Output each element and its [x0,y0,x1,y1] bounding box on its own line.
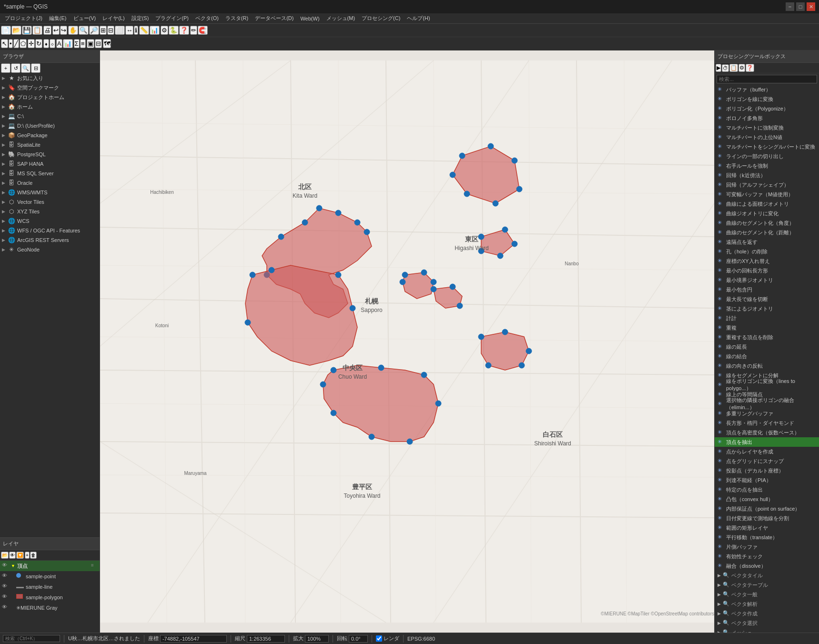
browser-item-mssql[interactable]: ▶ 🗄 MS SQL Server [0,169,100,178]
menu-settings[interactable]: 設定(S) [129,14,152,23]
menu-mesh[interactable]: メッシュ(M) [324,14,358,23]
layer-options-vertices[interactable]: ≡ [91,563,98,569]
add-line-btn[interactable]: ╱ [13,39,19,48]
toolbox-voronoi[interactable]: ✳ポロノイ多角形 [715,113,819,123]
deselect-btn[interactable]: ⊟ [95,39,102,48]
add-point-btn[interactable]: • [9,39,13,48]
vertex[interactable] [250,272,255,278]
browser-item-favorites[interactable]: ▶ ★ お気に入り [0,73,100,83]
print-btn[interactable]: 🖨 [43,26,51,35]
menu-plugins[interactable]: プラグイン(P) [152,14,192,23]
vertex[interactable] [278,234,284,240]
browser-item-wfs[interactable]: ▶ 🌐 WFS / OGC API - Features [0,226,100,235]
vertex[interactable] [526,348,532,354]
zoom-extent-btn[interactable]: ⊞ [100,26,107,35]
select-pan-btn[interactable]: ✋ [68,26,78,35]
menu-project[interactable]: プロジェクト(J) [2,14,45,23]
toolbox-eliminate[interactable]: ✳選択物の隣接ポリゴンの融合（elimin...） [715,399,819,409]
toolbox-regression-alpha[interactable]: ✳回帰（アルファシェイプ） [715,180,819,190]
browser-refresh-btn[interactable]: ↺ [11,63,20,73]
help-btn[interactable]: ❓ [179,26,189,35]
snap-btn[interactable]: 🧲 [198,26,208,35]
toolbox-curve-seg-dist[interactable]: ✳曲線のセグメント化（距離） [715,228,819,237]
browser-item-wms[interactable]: ▶ 🌐 WMS/WMTS [0,188,100,197]
menu-processing[interactable]: プロセシング(C) [359,14,403,23]
toolbox-group-vector-select[interactable]: ▶ 🔍 ベクタ選択 [715,618,819,628]
toolbox-curve-seg-angle[interactable]: ✳曲線のセグメント化（角度） [715,218,819,228]
menu-layer[interactable]: レイヤ(L) [100,14,127,23]
browser-item-c[interactable]: ▶ 💻 C:\ [0,111,100,121]
toolbox-group-vector-tiles[interactable]: ▶ 🔍 ベクタタイル [715,571,819,580]
toolbox-snap-grid[interactable]: ✳点をグリッドにスナップ [715,456,819,466]
menu-vector[interactable]: ベクタ(O) [192,14,222,23]
coords-input[interactable] [160,635,227,643]
toolbox-curve-area[interactable]: ✳曲線による面積ジオメトリ [715,199,819,209]
toolbox-group-vector-create[interactable]: ▶ 🔍 ベクタ作成 [715,609,819,618]
vertex[interactable] [493,201,498,206]
vertex[interactable] [519,362,525,368]
browser-item-sap-hana[interactable]: ▶ 🗄 SAP HANA [0,159,100,169]
menu-raster[interactable]: ラスタ(R) [222,14,251,23]
toolbox-min-boundary[interactable]: ✳最小境界ジオメトリ [715,275,819,285]
toolbox-delete-dup[interactable]: ✳重複する頂点を削除 [715,332,819,342]
toolbox-lines-to-poly[interactable]: ✳線をポリゴンに変換（lines to polygo...） [715,380,819,390]
layer-item-polygon[interactable]: 👁 ▶ sample-polygon [0,592,100,603]
zoom-out-btn[interactable]: 🔎 [89,26,99,35]
vertex[interactable] [331,410,336,416]
toolbox-densify[interactable]: ✳頂点を高密度化（仮数ベース） [715,428,819,437]
vertex[interactable] [457,303,463,309]
3d-map-btn[interactable]: 🗺 [103,39,111,48]
vertex[interactable] [502,227,508,232]
browser-filter-btn[interactable]: 🔍 [21,63,30,73]
browser-item-oracle[interactable]: ▶ 🗄 Oracle [0,178,100,188]
vertex[interactable] [450,284,455,290]
vertex[interactable] [364,229,370,235]
open-project-btn[interactable]: 📂 [11,26,21,35]
vertex[interactable] [516,186,522,192]
selection-tool[interactable]: ▣ [87,39,94,48]
vertex[interactable] [497,253,503,259]
menu-view[interactable]: ビュー(V) [71,14,99,23]
maximize-button[interactable]: □ [796,2,805,11]
save-as-btn[interactable]: 📋 [32,26,42,35]
browser-item-bookmarks[interactable]: ▶ 🔖 空間ブックマーク [0,83,100,92]
close-button[interactable]: ✕ [807,2,815,11]
layer-item-point[interactable]: 👁 ▶ sample-point [0,571,100,582]
browser-add-btn[interactable]: + [1,63,10,73]
toolbox-reverse-line[interactable]: ✳線の向きの反転 [715,361,819,371]
layer-vis-basemap[interactable]: 👁 [2,604,10,612]
layer-remove-btn[interactable]: 🗑 [30,552,37,559]
layer-expand-vertices[interactable]: ▼ [11,564,15,568]
toolbox-distant-point[interactable]: ✳遠隔点を返す [715,237,819,247]
toolbox-min-circle[interactable]: ✳最小包含円 [715,285,819,294]
toolbox-group-vector-analysis[interactable]: ▶ 🔍 ベクタ解析 [715,599,819,609]
move-feature-btn[interactable]: ✛ [28,39,35,48]
menu-edit[interactable]: 編集(E) [46,14,70,23]
field-calc-btn[interactable]: Σ [74,39,80,48]
vertex[interactable] [335,210,341,216]
vertex[interactable] [512,241,517,247]
toolbox-convex-hull[interactable]: ✳凸包（convex hull） [715,494,819,504]
layer-visibility-btn[interactable]: 👁 [9,552,16,559]
vertex[interactable] [464,191,470,197]
vertex[interactable] [431,286,436,292]
toolbox-swap-xy[interactable]: ✳座標のXY入れ替え [715,256,819,266]
vertex[interactable] [435,401,441,406]
toolbox-line-extract[interactable]: ✳ラインの一部の切り出し [715,151,819,161]
browser-item-wcs[interactable]: ▶ 🌐 WCS [0,216,100,226]
menu-database[interactable]: データベース(D) [252,14,296,23]
vertex[interactable] [369,434,374,440]
magnify-input[interactable] [305,635,329,643]
toolbox-specific-points[interactable]: ✳特定の点を抽出 [715,485,819,494]
browser-item-postgresql[interactable]: ▶ 🐘 PostgreSQL [0,150,100,159]
vertex[interactable] [269,267,274,273]
browser-item-xyz-tiles[interactable]: ▶ ⬡ XYZ Tiles [0,207,100,216]
toolbox-extract-vertices[interactable]: ✳頂点を抽出 [715,437,819,447]
edit-select-btn[interactable]: ↖ [1,39,8,48]
toolbox-history-btn[interactable]: ⏱ [722,64,729,72]
toolbox-group-mesh[interactable]: ▶ 🔍 メッシュ [715,628,819,633]
quick-search-input[interactable] [3,635,60,642]
toolbox-max-line[interactable]: ✳最大長で線を切断 [715,294,819,304]
zoom-selection-btn[interactable]: ⬜ [115,26,125,35]
vertex[interactable] [302,220,308,225]
